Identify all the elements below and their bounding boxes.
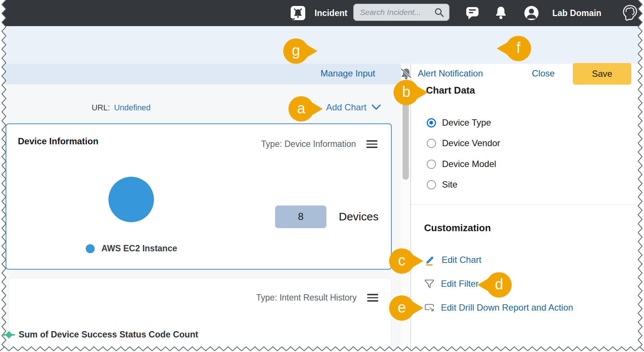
alert-notification-link[interactable]: Alert Notification <box>418 68 483 79</box>
callout-marker-c: c <box>389 248 414 274</box>
netbrain-logo-icon <box>619 3 639 23</box>
device-count-unit: Devices <box>339 210 379 223</box>
action-label: Edit Chart <box>442 255 482 265</box>
editor-toolbar: Manage Input Alert Notification Close Sa… <box>0 26 644 64</box>
bell-icon <box>495 6 507 20</box>
search-input[interactable]: Search Incident... <box>353 4 449 21</box>
domain-label: Lab Domain <box>552 0 602 26</box>
radio-device-model[interactable]: Device Model <box>427 159 496 169</box>
radio-label: Device Type <box>442 117 491 128</box>
messages-button[interactable] <box>465 0 479 26</box>
section-divider <box>411 204 644 205</box>
bubble-chart-datapoint <box>108 177 154 222</box>
device-count-box: 8 <box>275 205 326 228</box>
card-title: Device Information <box>18 136 98 147</box>
device-information-card: Device Information Type: Device Informat… <box>6 123 392 270</box>
radio-icon <box>427 139 436 148</box>
url-label: URL: <box>92 103 110 113</box>
card-menu-button[interactable] <box>366 140 378 148</box>
radio-label: Device Vendor <box>442 138 500 148</box>
series-label: Sum of Device Success Status Code Count <box>19 330 198 340</box>
radio-icon <box>427 180 436 189</box>
chat-icon <box>465 6 479 20</box>
edit-filter-link[interactable]: Edit Filter <box>424 278 479 289</box>
callout-marker-b: b <box>394 80 419 105</box>
chart-legend-item[interactable]: AWS EC2 Instance <box>86 243 177 254</box>
pencil-icon <box>424 254 436 266</box>
user-icon <box>524 6 539 21</box>
intent-result-history-card: Type: Intent Result History <box>8 278 391 352</box>
add-chart-label: Add Chart <box>326 102 366 113</box>
callout-marker-e: e <box>389 295 414 321</box>
callout-marker-g: g <box>283 38 309 64</box>
edit-drill-down-link[interactable]: Edit Drill Down Report and Action <box>424 302 573 313</box>
radio-icon <box>427 118 436 128</box>
save-button[interactable]: Save <box>573 63 631 85</box>
user-menu-button[interactable] <box>524 0 539 26</box>
incident-icon <box>290 5 306 21</box>
chart-settings-panel: Chart Data Device Type Device Vendor Dev… <box>411 64 644 352</box>
search-placeholder: Search Incident... <box>360 8 421 17</box>
card-type-row: Type: Intent Result History <box>256 293 378 303</box>
customization-title: Customization <box>424 222 491 234</box>
action-label: Edit Filter <box>441 279 479 289</box>
edit-chart-link[interactable]: Edit Chart <box>424 254 482 266</box>
line-diamond-legend-icon <box>3 331 15 339</box>
radio-label: Device Model <box>442 159 496 169</box>
card-type-label: Type: Device Information <box>261 139 356 149</box>
dashboard-edit-screen: Incident Search Incident... <box>0 0 644 352</box>
radio-site[interactable]: Site <box>427 179 457 190</box>
card-menu-button[interactable] <box>367 294 378 302</box>
card-type-label: Type: Intent Result History <box>256 293 357 303</box>
card-type-row: Type: Device Information <box>261 139 378 149</box>
radio-label: Site <box>442 179 457 190</box>
radio-device-vendor[interactable]: Device Vendor <box>427 138 500 148</box>
legend-label: AWS EC2 Instance <box>101 243 177 254</box>
action-label: Edit Drill Down Report and Action <box>441 302 573 313</box>
chart-data-title: Chart Data <box>426 85 475 96</box>
radio-device-type[interactable]: Device Type <box>427 117 491 128</box>
top-navigation-bar: Incident Search Incident... <box>0 0 644 26</box>
add-chart-button[interactable]: Add Chart <box>326 102 381 113</box>
drill-down-icon <box>424 302 435 313</box>
manage-input-link[interactable]: Manage Input <box>321 68 375 79</box>
incident-app-header[interactable]: Incident <box>290 5 347 21</box>
radio-icon <box>427 160 436 169</box>
netbrain-menu-button[interactable] <box>619 0 639 26</box>
legend-dot-icon <box>86 244 95 253</box>
close-link[interactable]: Close <box>532 68 555 79</box>
callout-marker-a: a <box>288 96 314 122</box>
alert-muted-bell-icon <box>400 67 413 81</box>
url-value-link[interactable]: Undefined <box>114 103 151 113</box>
incident-app-label: Incident <box>315 5 347 21</box>
notifications-button[interactable] <box>495 0 507 26</box>
series-legend-item[interactable]: Sum of Device Success Status Code Count <box>3 330 198 340</box>
callout-marker-d: d <box>486 272 512 298</box>
search-icon <box>434 7 444 18</box>
callout-marker-f: f <box>506 36 531 61</box>
funnel-icon <box>424 278 435 289</box>
chevron-down-icon <box>372 104 381 110</box>
